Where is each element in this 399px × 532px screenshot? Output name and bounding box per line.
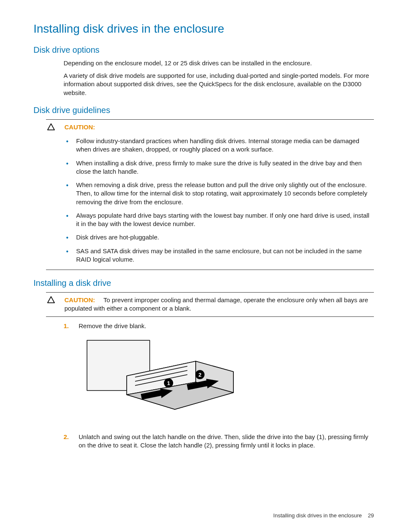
svg-text:2: 2 [198, 372, 201, 378]
list-item: SAS and SATA disk drives may be installe… [64, 244, 374, 267]
list-item: Always populate hard drive bays starting… [64, 209, 374, 231]
step-item: Unlatch and swing out the latch handle o… [64, 431, 374, 455]
caution-triangle-icon [46, 296, 64, 306]
caution-list: Follow industry-standard practices when … [64, 134, 374, 266]
body-paragraph: A variety of disk drive models are suppo… [64, 72, 374, 97]
section-heading-guidelines: Disk drive guidelines [33, 105, 374, 116]
drive-blank-figure: 1 2 [79, 336, 374, 422]
step-text: Unlatch and swing out the latch handle o… [79, 433, 368, 449]
section-heading-options: Disk drive options [33, 44, 374, 56]
section-heading-installing: Installing a disk drive [33, 278, 374, 289]
list-item: Disk drives are hot-pluggable. [64, 231, 374, 244]
caution-label: CAUTION: [64, 123, 95, 131]
list-item: When removing a disk drive, press the re… [64, 178, 374, 209]
list-item: When installing a disk drive, press firm… [64, 157, 374, 179]
step-item: Remove the drive blank. [64, 320, 374, 432]
svg-text:1: 1 [167, 380, 170, 386]
caution-text: To prevent improper cooling and thermal … [64, 296, 368, 312]
caution-block: CAUTION: To prevent improper cooling and… [46, 292, 374, 317]
list-item: Follow industry-standard practices when … [64, 134, 374, 157]
caution-block: CAUTION: Follow industry-standard practi… [46, 119, 374, 270]
caution-label: CAUTION: [64, 296, 95, 303]
caution-triangle-icon [46, 123, 64, 133]
step-text: Remove the drive blank. [79, 322, 146, 329]
step-list: Remove the drive blank. [64, 320, 374, 455]
page-title: Installing disk drives in the enclosure [33, 21, 374, 37]
body-paragraph: Depending on the enclosure model, 12 or … [64, 59, 374, 67]
